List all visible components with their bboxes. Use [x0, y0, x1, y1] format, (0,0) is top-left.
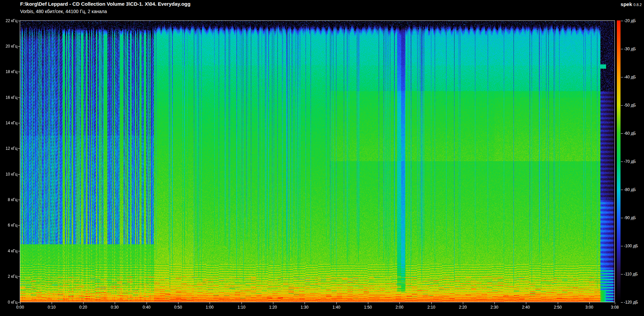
time-tick	[526, 302, 526, 304]
time-tick-label: 2:20	[459, 305, 467, 310]
time-tick-label: 3:00	[585, 305, 593, 310]
app-brand: spek0.8.2	[621, 1, 642, 7]
time-tick	[241, 302, 242, 304]
freq-tick-label: 22 кГц	[0, 18, 17, 23]
spectrogram-canvas	[20, 20, 615, 302]
time-tick	[147, 302, 147, 304]
freq-tick-label: 18 кГц	[0, 69, 17, 74]
db-tick	[621, 302, 623, 303]
freq-tick	[18, 148, 20, 149]
spek-window: F:\korg\Def Leppard - CD Collection Volu…	[0, 0, 644, 316]
time-tick-label: 0:10	[48, 305, 55, 310]
db-tick	[621, 77, 623, 77]
time-tick-label: 2:10	[427, 305, 435, 310]
time-tick	[431, 302, 432, 304]
freq-tick	[18, 46, 20, 47]
app-version: 0.8.2	[634, 3, 642, 7]
freq-tick	[18, 251, 20, 251]
freq-tick-label: 4 кГц	[0, 249, 17, 253]
time-tick-label: 1:10	[237, 305, 245, 310]
time-tick-label: 2:00	[395, 305, 403, 310]
freq-tick-label: 14 кГц	[0, 121, 17, 125]
db-tick-label: -60 дБ	[624, 131, 636, 136]
freq-tick-label: 20 кГц	[0, 44, 17, 49]
freq-tick	[18, 21, 20, 21]
freq-tick	[18, 123, 20, 123]
time-tick	[83, 302, 84, 304]
time-tick-label: 1:30	[301, 305, 308, 310]
db-tick	[621, 133, 623, 134]
time-tick-label: 2:40	[522, 305, 530, 310]
time-tick	[399, 302, 400, 304]
db-tick-label: -120 дБ	[624, 300, 638, 305]
db-tick-label: -30 дБ	[624, 47, 636, 51]
db-tick-label: -100 дБ	[624, 244, 638, 248]
freq-tick-label: 0 кГц	[0, 300, 17, 305]
freq-tick	[18, 98, 20, 98]
db-tick-label: -70 дБ	[624, 159, 636, 164]
time-tick-label: 2:30	[490, 305, 498, 310]
db-tick-label: -90 дБ	[624, 215, 636, 220]
time-tick-label: 1:40	[332, 305, 340, 310]
db-tick	[621, 246, 623, 246]
time-tick	[273, 302, 273, 304]
time-tick	[336, 302, 337, 304]
time-tick	[589, 302, 590, 304]
db-tick	[621, 162, 623, 162]
file-path-title: F:\korg\Def Leppard - CD Collection Volu…	[20, 1, 191, 7]
time-tick	[494, 302, 495, 304]
time-tick	[615, 302, 615, 304]
db-tick	[621, 190, 623, 190]
db-tick	[621, 105, 623, 106]
db-tick-label: -110 дБ	[624, 272, 638, 276]
db-tick	[621, 49, 623, 49]
legend-colorbar	[617, 20, 621, 302]
db-tick	[621, 218, 623, 218]
time-tick	[305, 302, 305, 304]
freq-tick-label: 2 кГц	[0, 274, 17, 279]
db-tick-label: -40 дБ	[624, 75, 636, 79]
db-tick	[621, 21, 623, 21]
stream-info: Vorbis, 480 кбит/сек, 44100 Гц, 2 канала	[20, 9, 107, 14]
time-tick-label: 0:40	[143, 305, 150, 310]
time-tick-label: 0:00	[16, 305, 24, 310]
freq-tick-label: 16 кГц	[0, 95, 17, 100]
time-tick-label: 1:20	[269, 305, 277, 310]
freq-tick-label: 8 кГц	[0, 197, 17, 202]
time-tick-label: 0:30	[111, 305, 118, 310]
time-tick-label: 0:20	[79, 305, 87, 310]
freq-tick-label: 10 кГц	[0, 172, 17, 177]
time-tick	[52, 302, 52, 304]
time-tick	[558, 302, 558, 304]
freq-tick	[18, 200, 20, 200]
db-tick-label: -50 дБ	[624, 103, 636, 108]
time-tick-label: 0:50	[174, 305, 182, 310]
time-tick-label: 3:08	[611, 305, 619, 310]
freq-tick	[18, 72, 20, 72]
freq-tick	[18, 276, 20, 277]
freq-tick	[18, 225, 20, 226]
db-tick-label: -80 дБ	[624, 187, 636, 192]
time-tick	[115, 302, 115, 304]
app-name-logo: spek	[621, 1, 632, 7]
time-tick-label: 1:00	[206, 305, 213, 310]
time-tick-label: 2:50	[554, 305, 561, 310]
time-tick-label: 1:50	[364, 305, 372, 310]
freq-tick	[18, 174, 20, 175]
time-tick	[20, 302, 20, 304]
time-tick	[463, 302, 463, 304]
freq-tick-label: 6 кГц	[0, 223, 17, 228]
time-tick	[210, 302, 210, 304]
db-tick	[621, 274, 623, 274]
freq-tick-label: 12 кГц	[0, 146, 17, 151]
time-tick	[178, 302, 178, 304]
time-tick	[368, 302, 368, 304]
db-tick-label: -20 дБ	[624, 18, 636, 23]
freq-tick	[18, 302, 20, 303]
